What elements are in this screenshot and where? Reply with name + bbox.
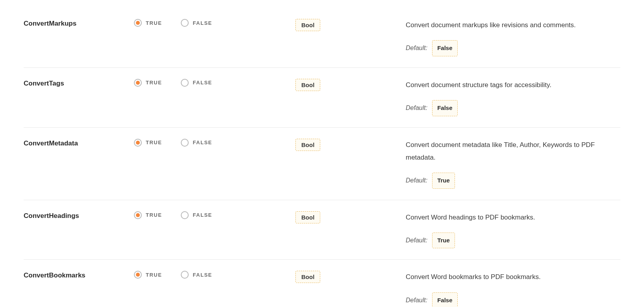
radio-group: TRUEFALSE <box>134 19 295 27</box>
radio-icon <box>134 19 142 27</box>
type-badge: Bool <box>295 79 320 91</box>
description-text: Convert document markups like revisions … <box>406 19 620 32</box>
radio-label-true: TRUE <box>146 80 162 86</box>
description-column: Convert Word bookmarks to PDF bookmarks.… <box>406 271 620 307</box>
radio-option-true[interactable]: TRUE <box>134 211 162 219</box>
default-label: Default: <box>406 175 427 186</box>
default-label: Default: <box>406 294 427 306</box>
option-row: ConvertTagsTRUEFALSEBoolConvert document… <box>24 68 620 128</box>
radio-option-false[interactable]: FALSE <box>181 139 212 147</box>
type-badge: Bool <box>295 139 320 151</box>
type-column: Bool <box>295 271 406 283</box>
option-name: ConvertHeadings <box>24 211 134 220</box>
type-badge: Bool <box>295 271 320 283</box>
radio-option-false[interactable]: FALSE <box>181 19 212 27</box>
radio-option-true[interactable]: TRUE <box>134 271 162 279</box>
option-row: ConvertMarkupsTRUEFALSEBoolConvert docum… <box>24 8 620 68</box>
default-line: Default:False <box>406 40 620 56</box>
default-label: Default: <box>406 234 427 246</box>
option-row: ConvertBookmarksTRUEFALSEBoolConvert Wor… <box>24 260 620 307</box>
radio-option-true[interactable]: TRUE <box>134 139 162 147</box>
radio-label-false: FALSE <box>193 272 212 278</box>
radio-label-true: TRUE <box>146 272 162 278</box>
radio-label-false: FALSE <box>193 20 212 26</box>
default-line: Default:False <box>406 100 620 116</box>
type-column: Bool <box>295 139 406 151</box>
default-line: Default:True <box>406 233 620 249</box>
description-column: Convert document markups like revisions … <box>406 19 620 56</box>
radio-icon <box>134 79 142 87</box>
radio-label-false: FALSE <box>193 212 212 218</box>
radio-label-true: TRUE <box>146 212 162 218</box>
default-label: Default: <box>406 42 427 54</box>
type-column: Bool <box>295 79 406 91</box>
type-badge: Bool <box>295 19 320 31</box>
option-name: ConvertBookmarks <box>24 271 134 279</box>
default-value: False <box>432 40 457 56</box>
description-column: Convert Word headings to PDF bookmarks.D… <box>406 211 620 249</box>
default-line: Default:True <box>406 173 620 189</box>
default-line: Default:False <box>406 292 620 307</box>
radio-icon <box>134 211 142 219</box>
type-column: Bool <box>295 211 406 223</box>
radio-label-true: TRUE <box>146 20 162 26</box>
default-value: True <box>432 233 455 249</box>
description-column: Convert document structure tags for acce… <box>406 79 620 116</box>
type-badge: Bool <box>295 211 320 223</box>
option-name: ConvertTags <box>24 79 134 87</box>
description-text: Convert Word headings to PDF bookmarks. <box>406 211 620 224</box>
radio-icon <box>134 139 142 147</box>
radio-icon <box>181 211 189 219</box>
radio-group: TRUEFALSE <box>134 79 295 87</box>
type-column: Bool <box>295 19 406 31</box>
default-value: False <box>432 292 457 307</box>
radio-option-false[interactable]: FALSE <box>181 271 212 279</box>
radio-icon <box>181 139 189 147</box>
radio-option-false[interactable]: FALSE <box>181 211 212 219</box>
radio-label-true: TRUE <box>146 140 162 145</box>
radio-label-false: FALSE <box>193 80 212 86</box>
default-label: Default: <box>406 102 427 114</box>
default-value: True <box>432 173 455 189</box>
option-row: ConvertHeadingsTRUEFALSEBoolConvert Word… <box>24 200 620 260</box>
option-name: ConvertMetadata <box>24 139 134 147</box>
radio-option-true[interactable]: TRUE <box>134 19 162 27</box>
option-name: ConvertMarkups <box>24 19 134 28</box>
radio-group: TRUEFALSE <box>134 139 295 147</box>
description-text: Convert Word bookmarks to PDF bookmarks. <box>406 271 620 283</box>
radio-icon <box>181 271 189 279</box>
radio-icon <box>181 79 189 87</box>
radio-group: TRUEFALSE <box>134 271 295 279</box>
description-text: Convert document metadata like Title, Au… <box>406 139 620 164</box>
radio-group: TRUEFALSE <box>134 211 295 219</box>
description-text: Convert document structure tags for acce… <box>406 79 620 91</box>
radio-icon <box>181 19 189 27</box>
default-value: False <box>432 100 457 116</box>
option-row: ConvertMetadataTRUEFALSEBoolConvert docu… <box>24 128 620 200</box>
description-column: Convert document metadata like Title, Au… <box>406 139 620 189</box>
radio-icon <box>134 271 142 279</box>
radio-option-true[interactable]: TRUE <box>134 79 162 87</box>
radio-label-false: FALSE <box>193 140 212 145</box>
radio-option-false[interactable]: FALSE <box>181 79 212 87</box>
